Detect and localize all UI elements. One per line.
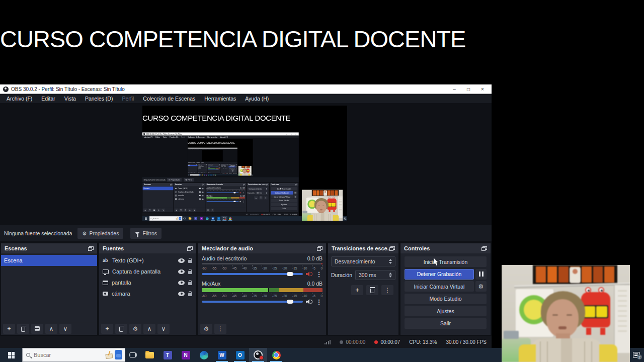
scenes-dock-header[interactable]: Escenas: [1, 243, 97, 253]
preview-canvas[interactable]: CURSO COMPETENCIA DIGITAL DOCENTE OBS 30…: [188, 139, 253, 176]
advanced-audio-button[interactable]: ⚙: [200, 324, 212, 334]
stop-recording-button[interactable]: Detener Grabación: [271, 191, 293, 195]
source-down-button[interactable]: ∨: [157, 324, 170, 334]
stop-recording-button[interactable]: Detener Grabación: [405, 269, 474, 280]
studio-mode-button[interactable]: Modo Estudio: [405, 294, 487, 304]
preview-canvas[interactable]: [202, 150, 223, 161]
add-transition-button[interactable]: +: [351, 285, 363, 295]
spinner-arrows-icon[interactable]: [266, 192, 267, 194]
visibility-eye-icon[interactable]: [199, 195, 201, 196]
edge-button[interactable]: [195, 348, 213, 362]
start-streaming-button[interactable]: Iniciar Transmisión: [271, 187, 297, 191]
transition-select[interactable]: Desvanecimiento: [248, 187, 268, 190]
maximize-icon[interactable]: □: [289, 133, 293, 135]
word-button[interactable]: W: [213, 348, 231, 362]
obs-taskbar-button[interactable]: [221, 216, 227, 221]
source-properties-button[interactable]: ⚙: [129, 324, 141, 334]
popout-icon[interactable]: [243, 184, 245, 186]
obs-taskbar-button[interactable]: [249, 348, 267, 362]
onenote-button[interactable]: N: [199, 216, 204, 221]
pause-recording-button[interactable]: [475, 269, 487, 280]
visibility-eye-icon[interactable]: [199, 191, 201, 193]
add-scene-button[interactable]: +: [143, 209, 147, 212]
visibility-eye-icon[interactable]: [178, 281, 185, 285]
speaker-icon[interactable]: [239, 201, 242, 202]
mixer-menu-button[interactable]: ⋮: [214, 324, 226, 334]
visibility-eye-icon[interactable]: [178, 258, 185, 263]
close-icon[interactable]: ×: [476, 85, 489, 93]
scene-filters-button[interactable]: [152, 209, 156, 212]
add-scene-button[interactable]: +: [3, 324, 15, 334]
sources-dock-header[interactable]: Fuentes: [99, 243, 196, 253]
file-explorer-button[interactable]: [140, 348, 158, 362]
source-down-button[interactable]: ∨: [193, 209, 197, 212]
lock-icon[interactable]: [188, 293, 192, 296]
lock-icon[interactable]: [202, 188, 204, 189]
speaker-icon[interactable]: [306, 299, 312, 304]
lock-icon[interactable]: [207, 169, 207, 169]
remove-source-button[interactable]: [115, 324, 127, 334]
source-up-button[interactable]: ∧: [143, 324, 155, 334]
notification-center-button[interactable]: 2: [252, 175, 252, 175]
settings-button[interactable]: Ajustes: [405, 306, 487, 316]
transition-select[interactable]: Desvanecimiento: [331, 256, 395, 266]
popout-icon[interactable]: [187, 246, 193, 251]
start-virtual-camera-button[interactable]: Iniciar Cámara Virtual: [405, 281, 474, 292]
lock-icon[interactable]: [207, 165, 207, 166]
search-input[interactable]: [34, 352, 89, 358]
teams-button[interactable]: T: [193, 216, 198, 221]
popout-icon[interactable]: [317, 246, 323, 251]
source-properties-button[interactable]: ⚙: [184, 209, 188, 212]
lock-icon[interactable]: [202, 199, 204, 200]
transition-menu-button[interactable]: ⋮: [226, 168, 227, 169]
source-item-display-capture[interactable]: Captura de pantalla: [99, 266, 196, 277]
speaker-muted-icon[interactable]: [218, 166, 219, 167]
source-item-camera[interactable]: cámara: [198, 168, 208, 169]
duration-spinbox[interactable]: 300 ms: [223, 166, 227, 167]
chrome-button[interactable]: [267, 348, 285, 362]
popout-icon[interactable]: [481, 246, 487, 251]
settings-button[interactable]: Ajustes: [271, 203, 297, 206]
volume-slider[interactable]: [202, 299, 303, 304]
source-item-text[interactable]: ab Texto (GDI+): [174, 187, 205, 190]
source-item-window[interactable]: pantalla: [174, 194, 205, 197]
controls-dock-header[interactable]: Controles: [400, 243, 491, 253]
visibility-eye-icon[interactable]: [178, 269, 185, 274]
virtual-camera-settings-button[interactable]: ⚙: [475, 281, 487, 292]
transitions-dock-header[interactable]: Transiciones de esce...: [328, 243, 398, 253]
virtual-camera-settings-button[interactable]: ⚙: [294, 195, 297, 199]
channel-menu-icon[interactable]: ⋮: [243, 200, 245, 203]
scene-down-button[interactable]: ∨: [59, 324, 71, 334]
file-explorer-button[interactable]: [187, 216, 193, 221]
channel-menu-icon[interactable]: ⋮: [243, 192, 245, 194]
volume-slider-handle[interactable]: [217, 166, 217, 167]
duration-spinbox[interactable]: 300 ms: [355, 270, 395, 280]
scene-item-selected[interactable]: Escena: [188, 165, 197, 166]
popout-icon[interactable]: [295, 184, 297, 186]
menu-ayuda[interactable]: Ayuda (H): [240, 95, 273, 103]
visibility-eye-icon[interactable]: [178, 292, 185, 296]
lock-icon[interactable]: [188, 282, 192, 285]
add-source-button[interactable]: +: [175, 209, 179, 212]
scene-down-button[interactable]: ∨: [162, 209, 166, 212]
start-button[interactable]: [0, 348, 22, 362]
outlook-button[interactable]: O: [231, 348, 249, 362]
source-item-window[interactable]: pantalla: [99, 277, 196, 288]
exit-button[interactable]: Salir: [271, 207, 297, 210]
lock-icon[interactable]: [207, 167, 207, 168]
popout-icon[interactable]: [202, 184, 203, 186]
mixer-dock-header[interactable]: Mezclador de audio: [198, 243, 326, 253]
source-item-display-capture[interactable]: Captura de pantalla: [174, 190, 205, 194]
source-item-camera[interactable]: cámara: [174, 197, 205, 201]
visibility-eye-icon[interactable]: [199, 188, 201, 189]
transition-menu-button[interactable]: ⋮: [381, 285, 393, 295]
popout-icon[interactable]: [389, 246, 395, 251]
volume-slider-handle[interactable]: [233, 192, 235, 194]
source-item-camera[interactable]: cámara: [99, 288, 196, 299]
menu-archivo[interactable]: Archivo (F): [2, 95, 37, 103]
obs-titlebar[interactable]: OBS 30.0.2 - Perfil: Sin Título - Escena…: [0, 84, 492, 94]
edge-button[interactable]: [204, 216, 210, 221]
volume-slider[interactable]: [208, 169, 218, 170]
scene-filters-button[interactable]: [31, 324, 43, 334]
popout-icon[interactable]: [88, 246, 94, 251]
